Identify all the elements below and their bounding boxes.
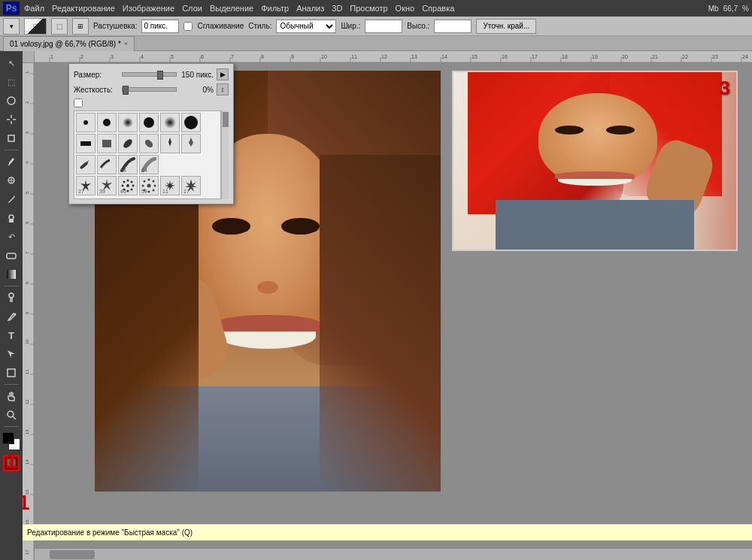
width-input[interactable]	[365, 20, 402, 33]
brush-scroll-thumb[interactable]	[223, 112, 229, 127]
eyedropper-tool[interactable]	[2, 153, 20, 171]
svg-point-108	[184, 116, 198, 129]
svg-text:4: 4	[141, 54, 144, 59]
dodge-tool[interactable]	[2, 289, 20, 307]
preset-1[interactable]	[76, 113, 96, 132]
pen-tool[interactable]	[2, 307, 20, 325]
ruler-top: // ticks are rendered statically 1 2 3 4…	[35, 51, 752, 63]
preset-14[interactable]	[97, 155, 117, 174]
preset-8[interactable]	[97, 134, 117, 153]
size-slider-track[interactable]	[122, 72, 177, 77]
svg-point-126	[147, 184, 151, 188]
tooltip-text: Редактирование в режиме "Быстрая маска" …	[27, 528, 193, 537]
move-tool[interactable]: ↖	[2, 54, 20, 72]
badge-1-label: 1	[23, 491, 30, 515]
svg-point-106	[144, 117, 154, 128]
size-nav-btn[interactable]: ▶	[217, 68, 229, 80]
brush-tool[interactable]	[2, 190, 20, 208]
brush-options-btn[interactable]: □	[24, 18, 47, 35]
preset-17[interactable]: 27	[76, 176, 96, 195]
color-swatches[interactable]	[2, 432, 20, 450]
svg-text:13: 13	[411, 54, 417, 59]
gradient-tool[interactable]	[2, 265, 20, 283]
brush-checkbox[interactable]	[74, 98, 83, 107]
feather-input[interactable]	[141, 20, 179, 33]
height-input[interactable]	[434, 20, 472, 33]
canvas-content: 3 2 1 Размер: 150 пикс. ▶ Жес	[35, 63, 752, 560]
preset-16[interactable]: 24	[139, 155, 159, 174]
hscrollbar[interactable]	[35, 548, 752, 560]
preset-4[interactable]	[139, 113, 159, 132]
hardness-nav-btn[interactable]: ↕	[217, 83, 229, 95]
size-slider-thumb[interactable]	[157, 71, 163, 80]
type-tool[interactable]: T	[2, 326, 20, 344]
svg-point-120	[127, 190, 129, 192]
preset-3[interactable]	[118, 113, 138, 132]
preset-13[interactable]	[76, 155, 96, 174]
preset-5[interactable]	[160, 113, 180, 132]
heal-tool[interactable]	[2, 171, 20, 189]
preset-19[interactable]: 46	[118, 176, 138, 195]
menu-file[interactable]: Файл	[24, 4, 44, 13]
preset-20[interactable]: 59	[139, 176, 159, 195]
fg-color[interactable]	[2, 432, 14, 444]
crop-tool[interactable]	[2, 129, 20, 147]
svg-rect-5	[8, 135, 14, 141]
svg-text:7: 7	[231, 54, 234, 59]
stamp-tool[interactable]	[2, 209, 20, 227]
svg-point-105	[123, 117, 133, 128]
document-tab[interactable]: 01 volosy.jpg @ 66,7% (RGB/8) * ×	[3, 36, 135, 51]
hand-tool[interactable]	[2, 387, 20, 405]
lasso-tool[interactable]	[2, 92, 20, 110]
svg-point-111	[122, 138, 134, 150]
svg-point-16	[8, 411, 14, 417]
preset-18[interactable]: 39	[97, 176, 117, 195]
menu-analysis[interactable]: Анализ	[296, 4, 324, 13]
menu-layers[interactable]: Слои	[182, 4, 202, 13]
path-selection-tool[interactable]	[2, 345, 20, 363]
smoothing-check[interactable]	[183, 22, 193, 31]
preset-7[interactable]	[76, 134, 96, 153]
menu-select[interactable]: Выделение	[210, 4, 253, 13]
zoom-tool[interactable]	[2, 406, 20, 424]
hardness-slider-thumb[interactable]	[123, 86, 129, 95]
shape-tool[interactable]	[2, 364, 20, 382]
style-dropdown[interactable]: Обычный Фиксированное соотношение Фиксир…	[276, 20, 336, 33]
hardness-slider-track[interactable]	[122, 87, 177, 92]
preset-2[interactable]	[97, 113, 117, 132]
preset-12[interactable]	[181, 134, 201, 153]
preset-6[interactable]	[181, 113, 201, 132]
menu-window[interactable]: Окно	[396, 4, 415, 13]
preset-21[interactable]: 11	[160, 176, 180, 195]
tool-preset-btn[interactable]: ▾	[3, 18, 20, 35]
preset-11[interactable]	[160, 134, 180, 153]
preset-22[interactable]: 17	[181, 176, 201, 195]
svg-text:9: 9	[25, 311, 29, 314]
menu-help[interactable]: Справка	[422, 4, 454, 13]
svg-text:14: 14	[441, 54, 447, 59]
menu-edit[interactable]: Редактирование	[52, 4, 115, 13]
style-label: Стиль:	[248, 22, 271, 30]
marquee-tool[interactable]: ⬚	[2, 73, 20, 91]
tab-close-btn[interactable]: ×	[124, 40, 128, 47]
svg-text:13: 13	[25, 429, 29, 434]
eraser-tool[interactable]	[2, 247, 20, 265]
menu-filter[interactable]: Фильтр	[261, 4, 289, 13]
canvas-area[interactable]: // ticks are rendered statically 1 2 3 4…	[23, 51, 752, 560]
preset-9[interactable]	[118, 134, 138, 153]
size-value: 150 пикс.	[180, 71, 214, 79]
quick-mask-btn[interactable]	[3, 455, 20, 471]
menubar: Ps Файл Редактирование Изображение Слои …	[0, 0, 752, 17]
menu-image[interactable]: Изображение	[123, 4, 174, 13]
menu-view[interactable]: Просмотр	[350, 4, 387, 13]
brush-scroll[interactable]	[221, 110, 229, 199]
magic-wand-tool[interactable]	[2, 110, 20, 129]
refine-edge-btn[interactable]: Уточн. край...	[476, 19, 536, 34]
mode-btn1[interactable]: ⬚	[51, 18, 68, 35]
mode-btn2[interactable]: ⊞	[72, 18, 89, 35]
preset-10[interactable]	[139, 134, 159, 153]
preset-15[interactable]: 14	[118, 155, 138, 174]
history-brush-tool[interactable]: ↶	[2, 228, 20, 246]
menu-3d[interactable]: 3D	[332, 4, 342, 13]
hscroll-thumb[interactable]	[50, 550, 95, 559]
